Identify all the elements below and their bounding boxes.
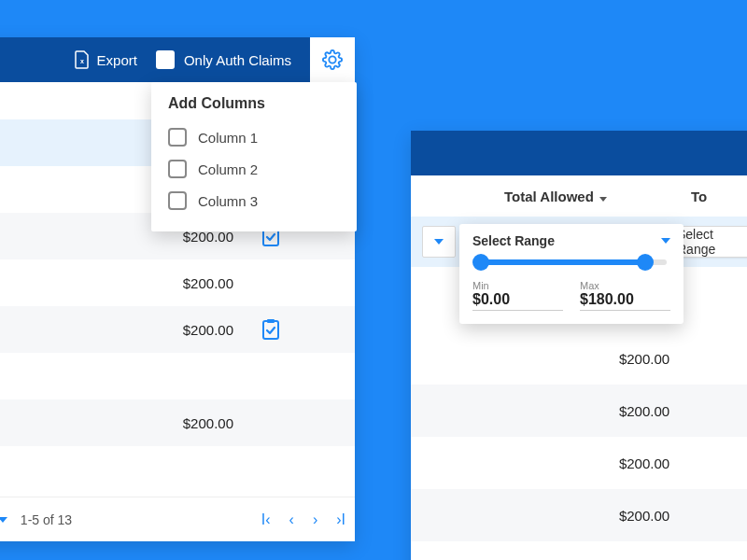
range-slider[interactable] xyxy=(476,259,667,265)
checkbox-icon xyxy=(156,50,175,69)
cell-value: $200.00 xyxy=(0,229,84,245)
checkbox-icon xyxy=(168,128,187,147)
range-popover: Select Range Min $0.00 Max $180.00 xyxy=(459,224,684,324)
min-value: $0.00 xyxy=(472,291,563,311)
chevron-down-icon[interactable] xyxy=(661,238,670,244)
settings-button[interactable] xyxy=(310,37,355,82)
chip-label: Select Range xyxy=(677,227,747,257)
last-page-button[interactable]: ›I xyxy=(336,511,345,528)
chevron-down-icon xyxy=(434,239,444,245)
export-file-icon: x xyxy=(75,50,90,69)
gear-icon xyxy=(322,49,343,70)
column-header-total-allowed[interactable]: lowed xyxy=(0,93,47,109)
add-columns-dropdown: Add Columns Column 1 Column 2 Column 3 xyxy=(151,82,357,231)
column-header-label: To xyxy=(691,189,707,204)
pagination: s per page: 5 1-5 of 13 I‹ ‹ › ›I xyxy=(0,497,355,541)
column-option-1[interactable]: Column 1 xyxy=(168,121,340,153)
svg-text:x: x xyxy=(80,58,84,64)
checkbox-icon xyxy=(168,191,187,210)
clipboard-check-icon[interactable] xyxy=(261,318,281,341)
data-rows: $200.00 $200.00 $200.00 $200.00 xyxy=(411,332,747,541)
page-nav: I‹ ‹ › ›I xyxy=(261,511,345,528)
cell-value: $200.00 xyxy=(84,275,252,291)
table-row: $200.00 $200.00 xyxy=(0,399,355,446)
min-label: Min xyxy=(472,280,563,291)
column-header-truncated[interactable]: To xyxy=(691,189,707,204)
filter-row: Select Range Select Range Select Range M… xyxy=(411,217,747,267)
first-page-button[interactable]: I‹ xyxy=(261,511,271,528)
table-row: $200.00 xyxy=(411,437,747,489)
claims-panel-left: x Export Only Auth Claims Add Columns Co… xyxy=(0,37,355,541)
column-header-row: Total Allowed To xyxy=(411,175,747,217)
svg-rect-4 xyxy=(267,319,275,323)
table-row: $200.00 xyxy=(411,385,747,437)
min-field[interactable]: Min $0.00 xyxy=(472,280,563,311)
toolbar: x Export Only Auth Claims xyxy=(411,131,747,175)
add-columns-title: Add Columns xyxy=(168,95,340,112)
export-button[interactable]: x Export xyxy=(75,50,137,69)
table-row: $200.00 $200.00 xyxy=(0,259,355,306)
cell-value: $200.00 xyxy=(0,369,84,385)
next-page-button[interactable]: › xyxy=(313,511,317,528)
export-label: Export xyxy=(97,52,137,68)
only-auth-claims-toggle[interactable]: Only Auth Claims xyxy=(156,50,291,69)
column-option-label: Column 2 xyxy=(198,161,258,177)
column-option-label: Column 1 xyxy=(198,130,258,146)
cell-value: $200.00 xyxy=(84,322,252,338)
svg-rect-3 xyxy=(263,321,278,339)
page-size-select[interactable]: 5 xyxy=(0,512,7,527)
cell-value: $200.00 xyxy=(411,455,747,471)
slider-thumb-min[interactable] xyxy=(472,254,489,271)
chevron-down-icon xyxy=(0,517,7,523)
max-label: Max xyxy=(580,280,670,291)
cell-value: $200.00 xyxy=(411,403,747,419)
slider-thumb-max[interactable] xyxy=(637,254,654,271)
column-header-label: Total Allowed xyxy=(504,189,594,204)
max-value: $180.00 xyxy=(580,291,670,311)
table-row: $200.00 xyxy=(411,332,747,385)
cell-value: $200.00 xyxy=(0,275,84,291)
column-option-2[interactable]: Column 2 xyxy=(168,153,340,185)
toolbar: x Export Only Auth Claims xyxy=(0,37,355,82)
claims-panel-right: x Export Only Auth Claims Total Allowed … xyxy=(411,131,747,560)
max-field[interactable]: Max $180.00 xyxy=(580,280,670,311)
only-auth-label: Only Auth Claims xyxy=(184,52,291,68)
cell-value: $200.00 xyxy=(411,508,747,524)
cell-value: $200.00 xyxy=(0,415,84,431)
page-range: 1-5 of 13 xyxy=(21,512,72,527)
filter-dropdown-truncated[interactable] xyxy=(422,226,456,258)
cell-value: $200.00 xyxy=(84,415,252,431)
table-row: $200.00 xyxy=(411,489,747,541)
column-option-3[interactable]: Column 3 xyxy=(168,185,340,217)
range-popover-title: Select Range xyxy=(472,233,555,248)
column-option-label: Column 3 xyxy=(198,193,258,209)
checkbox-icon xyxy=(168,160,187,178)
sort-caret-icon xyxy=(599,197,607,202)
column-header-total-allowed[interactable]: Total Allowed xyxy=(504,189,607,204)
cell-value: $200.00 xyxy=(411,351,747,367)
prev-page-button[interactable]: ‹ xyxy=(289,511,294,528)
cell-value: $200.00 xyxy=(0,182,84,198)
table-row: $200.00 xyxy=(0,353,355,399)
table-row: $200.00 $200.00 xyxy=(0,306,355,353)
cell-value: $200.00 xyxy=(0,322,84,338)
slider-fill xyxy=(476,259,648,265)
